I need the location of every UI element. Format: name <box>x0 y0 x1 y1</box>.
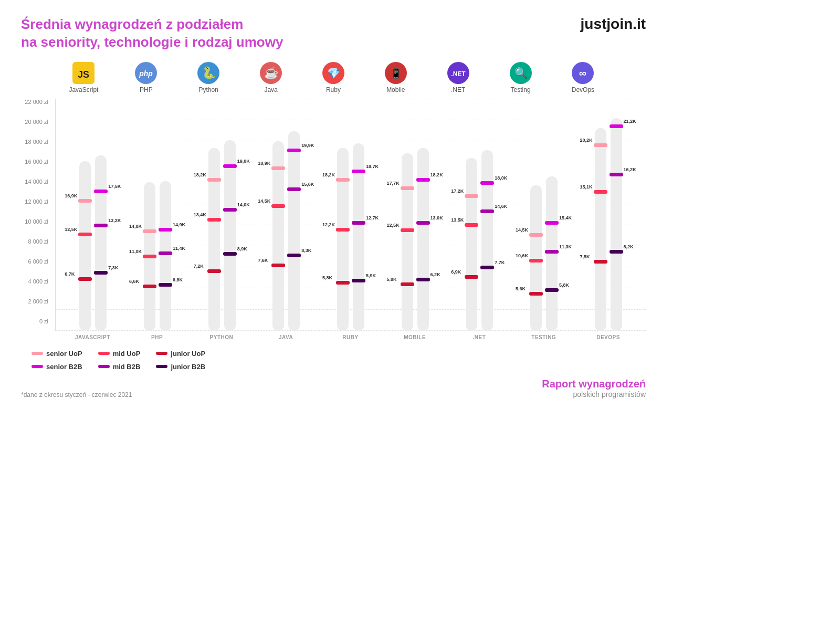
icon-label-java: Java <box>264 86 277 93</box>
bar-fill-php-uop-2 <box>143 285 156 288</box>
brand-logo: justjoin.it <box>581 16 646 33</box>
icon-label-mobile: Mobile <box>386 86 405 93</box>
bar-fill-mobile-b2b-2 <box>416 278 430 281</box>
bar-col-ruby-uop: 18,2K12,2K5,8K <box>337 148 349 330</box>
bar-col-mobile-b2b: 18,2K13,0K6,2K <box>417 148 429 330</box>
y-axis-label: 18 000 zł <box>21 139 52 145</box>
bar-value-mobile-uop-0: 17,7K <box>387 181 400 186</box>
chart-container: 0 zł2 000 zł4 000 zł6 000 zł8 000 zł10 0… <box>21 99 646 340</box>
bar-col-java-uop: 18,9K14,5K7,6K <box>272 141 284 331</box>
tech-icon-testing: 🔍 Testing <box>492 62 550 93</box>
bar-fill-testing-uop-1 <box>529 259 543 262</box>
bar-fill-java-b2b-1 <box>287 187 301 191</box>
legend: senior UoP mid UoP junior UoP senior B2B… <box>21 350 646 371</box>
y-axis-label: 20 000 zł <box>21 119 52 125</box>
bar-fill-js-b2b-2 <box>94 271 108 275</box>
bar-col-java-b2b: 19,9K15,6K8,3K <box>288 131 300 331</box>
bar-col-dotnet-uop: 17,2K13,5K6,9K <box>466 158 477 330</box>
bar-value-js-b2b-1: 13,2K <box>108 218 121 223</box>
tech-icon-python: 🐍 Python <box>180 62 237 93</box>
bar-container-testing-b2b: 15,4K11,3K5,8K <box>546 176 558 331</box>
bar-value-python-b2b-2: 8,9K <box>237 246 247 251</box>
bar-fill-java-uop-0 <box>271 166 285 170</box>
svg-text:💎: 💎 <box>327 67 340 79</box>
report-title: Raport wynagrodzeń polskich programistów <box>542 378 646 398</box>
bar-fill-java-uop-2 <box>271 264 285 267</box>
bar-pair-mobile: 17,7K12,5K5,8K18,2K13,0K6,2K <box>402 110 429 331</box>
bar-container-dotnet-uop: 17,2K13,5K6,9K <box>466 158 477 330</box>
y-axis-label: 10 000 zł <box>21 218 52 225</box>
tech-icon-php: php PHP <box>117 62 175 93</box>
bar-col-devops-uop: 20,2K15,1K7,5K <box>595 128 606 331</box>
svg-text:🐍: 🐍 <box>202 66 216 80</box>
bar-value-js-uop-1: 12,5K <box>65 227 77 232</box>
footnote: *dane z okresu styczeń - czerwiec 2021 <box>21 391 132 398</box>
bar-fill-ruby-uop-2 <box>336 281 350 285</box>
bar-value-php-b2b-0: 14,9K <box>173 222 185 227</box>
legend-dot-2 <box>156 352 167 355</box>
bar-group-php: 14,8K11,0K6,6K14,9K11,4K6,8K <box>129 110 186 331</box>
bar-value-ruby-b2b-2: 5,9K <box>366 273 376 278</box>
bar-col-php-b2b: 14,9K11,4K6,8K <box>160 181 171 330</box>
y-axis-label: 12 000 zł <box>21 198 52 205</box>
bar-col-testing-b2b: 15,4K11,3K5,8K <box>546 176 558 331</box>
bar-fill-mobile-b2b-0 <box>416 178 430 182</box>
bar-value-dotnet-b2b-1: 14,6K <box>495 204 507 209</box>
bar-fill-python-b2b-2 <box>223 252 237 256</box>
bar-container-testing-uop: 14,5K10,6K5,6K <box>530 185 542 331</box>
bar-fill-dotnet-b2b-0 <box>480 181 494 185</box>
bar-value-java-uop-0: 18,9K <box>258 161 270 166</box>
report-title-line1: Raport wynagrodzeń <box>542 378 646 390</box>
bar-value-php-uop-1: 11,0K <box>129 249 142 254</box>
bar-container-java-b2b: 19,9K15,6K8,3K <box>288 131 300 331</box>
bar-group-ruby: 18,2K12,2K5,8K18,7K12,7K5,9K <box>322 110 380 331</box>
bar-value-ruby-b2b-0: 18,7K <box>366 164 379 169</box>
svg-text:☕: ☕ <box>264 66 279 80</box>
legend-row-1: senior B2B mid B2B junior B2B <box>32 363 646 371</box>
icon-label-devops: DevOps <box>572 86 594 93</box>
icon-label-python: Python <box>199 86 218 93</box>
bar-fill-php-b2b-1 <box>159 251 172 255</box>
icon-label-php: PHP <box>140 86 153 93</box>
legend-label-2: junior UoP <box>171 350 205 358</box>
bar-container-devops-uop: 20,2K15,1K7,5K <box>595 128 606 331</box>
bar-fill-java-uop-1 <box>271 204 285 208</box>
icon-circle-java: ☕ <box>260 62 282 86</box>
x-label-php: PHP <box>128 334 186 340</box>
x-label-mobile: MOBILE <box>386 334 444 340</box>
bar-container-php-b2b: 14,9K11,4K6,8K <box>160 181 171 330</box>
legend-item-0: senior UoP <box>32 350 82 358</box>
bar-pair-php: 14,8K11,0K6,6K14,9K11,4K6,8K <box>144 110 171 331</box>
bar-pair-java: 18,9K14,5K7,6K19,9K15,6K8,3K <box>272 110 300 331</box>
bar-value-python-uop-1: 13,4K <box>194 212 206 217</box>
legend-label-0: senior UoP <box>46 350 82 358</box>
bar-group-testing: 14,5K10,6K5,6K15,4K11,3K5,8K <box>515 110 573 331</box>
bar-value-testing-b2b-1: 11,3K <box>559 244 572 249</box>
icon-label-dotnet: .NET <box>451 86 465 93</box>
bar-value-dotnet-uop-1: 13,5K <box>451 217 464 223</box>
bar-fill-python-uop-0 <box>207 178 221 182</box>
bar-fill-ruby-b2b-1 <box>352 221 365 225</box>
bar-value-java-b2b-0: 19,9K <box>301 143 314 148</box>
bar-col-js-b2b: 17,5K13,2K7,3K <box>95 155 107 331</box>
legend-label-1: mid UoP <box>113 350 141 358</box>
bar-value-devops-uop-0: 20,2K <box>580 138 593 143</box>
bar-value-mobile-uop-1: 12,5K <box>387 223 400 228</box>
y-axis-label: 0 zł <box>21 318 52 324</box>
bar-fill-js-uop-2 <box>78 277 92 281</box>
bar-value-testing-uop-0: 14,5K <box>516 227 528 233</box>
y-axis-label: 8 000 zł <box>21 238 52 245</box>
x-label-python: PYTHON <box>193 334 250 340</box>
bar-fill-devops-b2b-0 <box>610 124 623 128</box>
bar-fill-mobile-b2b-1 <box>416 221 430 225</box>
svg-text:JS: JS <box>78 69 89 80</box>
bar-fill-ruby-b2b-0 <box>352 170 365 173</box>
bar-value-php-uop-2: 6,6K <box>129 279 139 284</box>
bar-group-js: 16,9K12,5K6,7K17,5K13,2K7,3K <box>64 110 122 331</box>
tech-icon-ruby: 💎 Ruby <box>304 62 362 93</box>
bar-value-ruby-uop-2: 5,8K <box>322 275 332 280</box>
bar-fill-php-uop-0 <box>143 229 156 233</box>
legend-row-0: senior UoP mid UoP junior UoP <box>32 350 646 358</box>
tech-icon-java: ☕ Java <box>242 62 300 93</box>
bar-fill-js-uop-0 <box>78 199 92 203</box>
